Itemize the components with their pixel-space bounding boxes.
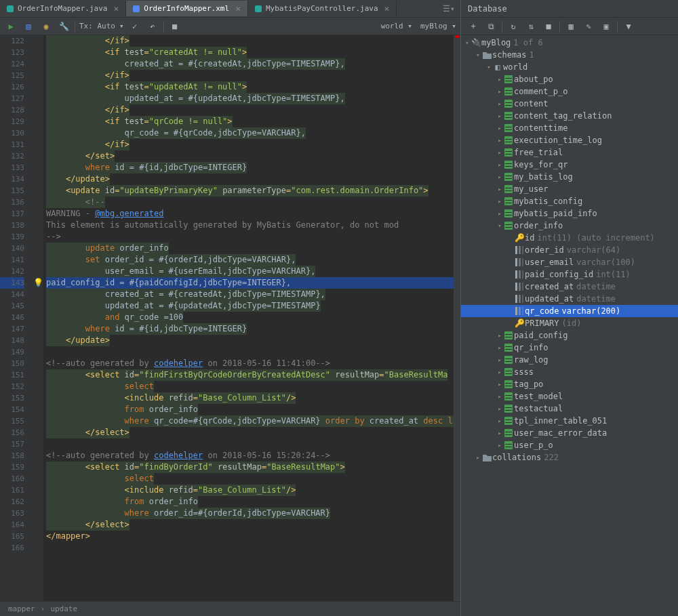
commit-icon[interactable]: ✓ bbox=[128, 20, 142, 33]
wrench-icon[interactable]: 🔧 bbox=[57, 20, 71, 33]
tree-arrow-icon[interactable]: ▸ bbox=[496, 442, 503, 449]
tree-arrow-icon[interactable]: ▾ bbox=[464, 39, 471, 46]
view-icon[interactable]: ▦ bbox=[564, 20, 578, 33]
tree-arrow-icon[interactable]: ▸ bbox=[475, 454, 481, 461]
tree-arrow-icon[interactable]: ▾ bbox=[475, 52, 481, 58]
tree-arrow-icon[interactable]: ▸ bbox=[496, 405, 503, 412]
stop-icon[interactable]: ■ bbox=[542, 20, 555, 33]
tree-row-execution_time_log[interactable]: ▸execution_time_log bbox=[461, 134, 678, 146]
dropdown-arrow-icon[interactable]: ▾ bbox=[119, 22, 124, 30]
tree-row-world[interactable]: ▾◧world bbox=[461, 61, 678, 73]
tree-row-content[interactable]: ▸content bbox=[461, 98, 678, 110]
database-tree[interactable]: ▾🔌myBlog1 of 6▾schemas1▾◧world▸about_po▸… bbox=[461, 35, 678, 616]
tree-arrow-icon[interactable]: ▸ bbox=[496, 88, 503, 95]
tree-row-my_batis_log[interactable]: ▸my_batis_log bbox=[461, 171, 678, 183]
tree-row-content_tag_relation[interactable]: ▸content_tag_relation bbox=[461, 110, 678, 122]
tree-arrow-icon[interactable]: ▸ bbox=[496, 210, 503, 217]
bulb-icon[interactable]: 💡 bbox=[33, 278, 43, 287]
svg-rect-0 bbox=[504, 75, 513, 83]
tree-arrow-icon[interactable]: ▸ bbox=[496, 137, 503, 144]
tree-arrow-icon[interactable]: ▸ bbox=[496, 112, 503, 119]
tree-row-updated_at[interactable]: updated_atdatetime bbox=[461, 293, 678, 305]
tree-arrow-icon[interactable]: ▸ bbox=[496, 161, 503, 168]
tree-arrow-icon[interactable]: ▸ bbox=[496, 344, 503, 351]
tree-row-qr_code[interactable]: qr_codevarchar(200) bbox=[461, 305, 678, 317]
tree-arrow-icon[interactable]: ▸ bbox=[496, 173, 503, 180]
tree-row-paid_config_id[interactable]: paid_config_idint(11) bbox=[461, 268, 678, 281]
close-icon[interactable]: × bbox=[235, 3, 241, 14]
tree-arrow-icon[interactable]: ▸ bbox=[496, 100, 503, 107]
tree-row-order_info[interactable]: ▾order_info bbox=[461, 220, 678, 232]
tree-row-test_model[interactable]: ▸test_model bbox=[461, 390, 678, 403]
tree-arrow-icon[interactable]: ▸ bbox=[496, 430, 503, 436]
tree-row-user_email[interactable]: user_emailvarchar(100) bbox=[461, 256, 678, 268]
edit-icon[interactable]: ✎ bbox=[582, 20, 595, 33]
tree-row-schemas[interactable]: ▾schemas1 bbox=[461, 49, 678, 61]
file-icon[interactable]: ▤ bbox=[22, 20, 35, 33]
tree-row-ssss[interactable]: ▸ssss bbox=[461, 366, 678, 378]
tree-arrow-icon[interactable]: ▸ bbox=[496, 393, 503, 400]
code-editor[interactable]: </if> <if test="createdAt != null"> crea… bbox=[43, 35, 454, 601]
tree-row-order_id[interactable]: order_idvarchar(64) bbox=[461, 244, 678, 256]
breadcrumb-item[interactable]: update bbox=[50, 604, 77, 613]
filter-icon[interactable]: ▼ bbox=[622, 20, 635, 33]
tree-row-paid_config[interactable]: ▸paid_config bbox=[461, 329, 678, 342]
tree-arrow-icon[interactable]: ▸ bbox=[496, 186, 503, 192]
tree-arrow-icon[interactable]: ▸ bbox=[496, 417, 503, 424]
error-mark[interactable] bbox=[455, 35, 459, 38]
tree-arrow-icon[interactable]: ▸ bbox=[496, 198, 503, 205]
breadcrumb-item[interactable]: mapper bbox=[8, 604, 35, 613]
close-icon[interactable]: × bbox=[113, 3, 119, 14]
tabs-gear-icon[interactable]: ☰▾ bbox=[443, 4, 455, 14]
add-icon[interactable]: + bbox=[466, 20, 480, 33]
console-icon[interactable]: ▣ bbox=[599, 20, 613, 33]
tx-mode-label[interactable]: Tx: Auto bbox=[79, 22, 115, 30]
tree-row-qr_info[interactable]: ▸qr_info bbox=[461, 342, 678, 354]
tree-row-mybatis_paid_info[interactable]: ▸mybatis_paid_info bbox=[461, 207, 678, 220]
tree-row-PRIMARY[interactable]: 🔑PRIMARY(id) bbox=[461, 317, 678, 329]
stop-icon[interactable]: ■ bbox=[168, 20, 182, 33]
tree-row-keys_for_qr[interactable]: ▸keys_for_qr bbox=[461, 159, 678, 171]
table-icon bbox=[503, 173, 514, 181]
tree-row-created_at[interactable]: created_atdatetime bbox=[461, 281, 678, 293]
tree-row-myBlog[interactable]: ▾🔌myBlog1 of 6 bbox=[461, 37, 678, 49]
rollback-icon[interactable]: ↶ bbox=[146, 20, 159, 33]
tree-arrow-icon[interactable]: ▸ bbox=[496, 76, 503, 83]
tree-row-user_mac_error_data[interactable]: ▸user_mac_error_data bbox=[461, 427, 678, 439]
tree-row-collations[interactable]: ▸collations222 bbox=[461, 451, 678, 464]
refresh-icon[interactable]: ↻ bbox=[506, 20, 520, 33]
tree-arrow-icon[interactable]: ▸ bbox=[496, 369, 503, 375]
schema-dropdown[interactable]: world ▾ bbox=[381, 22, 412, 30]
tree-row-about_po[interactable]: ▸about_po bbox=[461, 73, 678, 85]
tab-MybatisPayController.java[interactable]: MybatisPayController.java× bbox=[248, 1, 397, 16]
tree-row-contenttime[interactable]: ▸contenttime bbox=[461, 122, 678, 134]
tree-row-testactual[interactable]: ▸testactual bbox=[461, 403, 678, 415]
parentheses-icon[interactable]: ◉ bbox=[39, 20, 53, 33]
tree-row-comment_p_o[interactable]: ▸comment_p_o bbox=[461, 85, 678, 98]
run-icon[interactable]: ▶ bbox=[4, 20, 18, 33]
sync-icon[interactable]: ⇅ bbox=[524, 20, 538, 33]
tab-OrderInfoMapper.java[interactable]: OrderInfoMapper.java× bbox=[0, 1, 126, 16]
tree-arrow-icon[interactable]: ▾ bbox=[496, 222, 503, 229]
breadcrumb[interactable]: mapper › update bbox=[0, 601, 460, 616]
table-icon bbox=[503, 392, 514, 401]
tree-row-user_p_o[interactable]: ▸user_p_o bbox=[461, 439, 678, 451]
tree-row-free_trial[interactable]: ▸free_trial bbox=[461, 146, 678, 159]
tree-row-tpl_inner_table_051[interactable]: ▸tpl_inner_table_051 bbox=[461, 415, 678, 427]
tree-row-mybatis_config[interactable]: ▸mybatis_config bbox=[461, 195, 678, 207]
tree-arrow-icon[interactable]: ▸ bbox=[496, 332, 503, 339]
close-icon[interactable]: × bbox=[384, 3, 390, 14]
tree-arrow-icon[interactable]: ▸ bbox=[496, 356, 503, 363]
copy-icon[interactable]: ⧉ bbox=[484, 20, 498, 33]
tree-row-raw_log[interactable]: ▸raw_log bbox=[461, 354, 678, 366]
tree-arrow-icon[interactable]: ▾ bbox=[485, 64, 492, 70]
tree-row-my_user[interactable]: ▸my_user bbox=[461, 183, 678, 195]
tree-row-tag_po[interactable]: ▸tag_po bbox=[461, 378, 678, 390]
tree-arrow-icon[interactable]: ▸ bbox=[496, 125, 503, 131]
tree-row-id[interactable]: 🔑idint(11) (auto increment) bbox=[461, 232, 678, 244]
error-stripe[interactable] bbox=[454, 35, 460, 601]
tree-arrow-icon[interactable]: ▸ bbox=[496, 381, 503, 388]
tree-arrow-icon[interactable]: ▸ bbox=[496, 149, 503, 156]
datasource-dropdown[interactable]: myBlog ▾ bbox=[420, 22, 456, 30]
tab-OrderInfoMapper.xml[interactable]: OrderInfoMapper.xml× bbox=[126, 1, 248, 16]
